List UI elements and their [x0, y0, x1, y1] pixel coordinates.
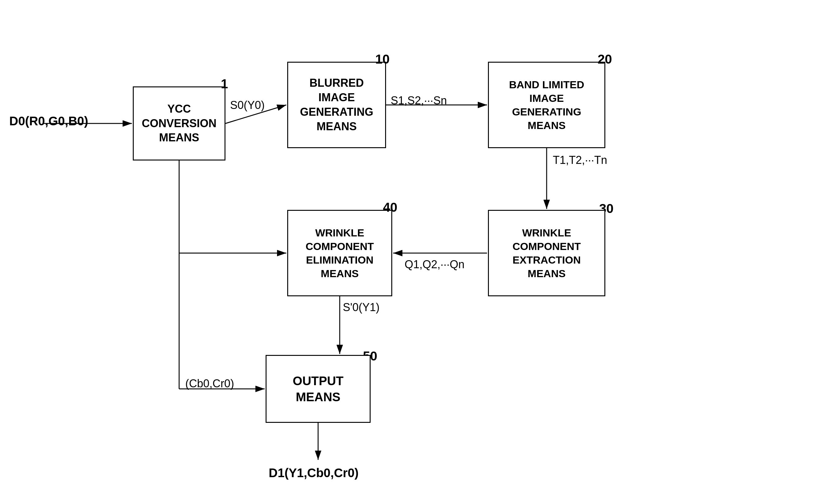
blurred-number: 10	[375, 52, 390, 67]
band-limited-block: BAND LIMITEDIMAGEGENERATINGMEANS	[488, 62, 605, 148]
flow-diagram-svg	[0, 0, 832, 504]
input-label: D0(R0,G0,B0)	[9, 114, 88, 128]
blurred-block: BLURREDIMAGEGENERATINGMEANS	[287, 62, 386, 148]
t1t2tn-label: T1,T2,···Tn	[553, 154, 607, 167]
s0y0-label: S0(Y0)	[230, 99, 265, 112]
s0y1-label: S'0(Y1)	[343, 301, 380, 314]
cb0cr0-label: (Cb0,Cr0)	[185, 377, 234, 390]
q1q2qn-label: Q1,Q2,···Qn	[405, 258, 465, 271]
wrinkle-elimination-block: WRINKLECOMPONENTELIMINATIONMEANS	[287, 210, 392, 296]
s1s2sn-label: S1,S2,···Sn	[391, 94, 447, 107]
diagram: D0(R0,G0,B0) YCCCONVERSIONMEANS 1 S0(Y0)…	[0, 0, 832, 504]
ycc-block: YCCCONVERSIONMEANS	[133, 86, 226, 161]
wrinkle-extraction-block: WRINKLECOMPONENTEXTRACTIONMEANS	[488, 210, 605, 296]
ycc-number: 1	[221, 77, 228, 91]
wrinkle-elimination-number: 40	[383, 200, 397, 215]
band-limited-number: 20	[598, 52, 612, 67]
output-signal-label: D1(Y1,Cb0,Cr0)	[269, 466, 359, 480]
output-block: OUTPUTMEANS	[266, 355, 371, 423]
